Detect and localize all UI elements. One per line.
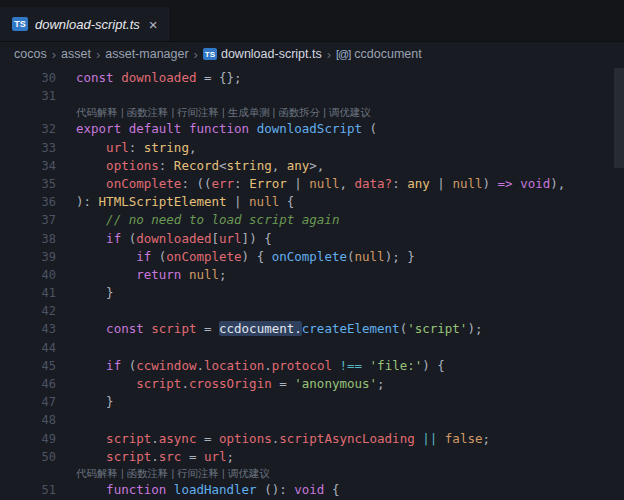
line-number: 47 [0,393,56,411]
code-line-text: const downloaded = {}; [56,69,242,87]
code-line-text: export default function downloadScript ( [56,120,377,138]
line-number: 41 [0,284,56,302]
code-line-text: script.crossOrigin = 'anonymous'; [56,375,385,393]
code-line[interactable]: 51 function loadHandler (): void { [0,481,624,499]
chevron-right-icon: › [322,47,336,62]
line-number: 39 [0,248,56,266]
breadcrumb: cocos › asset › asset-manager › TS downl… [0,42,624,66]
codelens-actions[interactable]: 代码解释 | 函数注释 | 行间注释 | 生成单测 | 函数拆分 | 调优建议 [0,105,624,120]
line-number: 43 [0,320,56,338]
code-line[interactable]: 48 [0,411,624,429]
line-number: 33 [0,139,56,157]
code-line[interactable]: 45 if (ccwindow.location.protocol !== 'f… [0,357,624,375]
code-line[interactable]: 49 script.async = options.scriptAsyncLoa… [0,430,624,448]
code-line[interactable]: 30const downloaded = {}; [0,69,624,87]
code-line-text: } [56,393,114,411]
line-number: 32 [0,120,56,138]
line-number: 38 [0,230,56,248]
chevron-right-icon: › [47,47,61,62]
editor-tab-bar: TS download-script.ts × [0,0,624,42]
code-line-text [56,302,76,320]
code-line-text: script.src = url; [56,448,234,466]
code-line-text: } [56,284,114,302]
line-number: 35 [0,175,56,193]
line-number: 46 [0,375,56,393]
codelens-actions[interactable]: 代码解释 | 函数注释 | 行间注释 | 调优建议 [0,466,624,481]
code-line-text: if (onComplete) { onComplete(null); } [56,248,415,266]
breadcrumb-item-symbol-ccdocument[interactable]: [@] ccdocument [336,47,422,61]
code-line-text: function loadHandler (): void { [56,481,339,499]
code-line-text: ): HTMLScriptElement | null { [56,193,294,211]
close-tab-icon[interactable]: × [149,17,158,32]
scrollbar-thumb[interactable] [614,68,624,168]
code-line-text [56,411,76,429]
code-line-text: url: string, [56,139,196,157]
code-line[interactable]: 31 [0,87,624,105]
code-line[interactable]: 38 if (downloaded[url]) { [0,230,624,248]
line-number: 48 [0,411,56,429]
vscode-window: TS download-script.ts × cocos › asset › … [0,0,624,499]
line-number: 36 [0,193,56,211]
code-line-text: if (ccwindow.location.protocol !== 'file… [56,357,445,375]
line-number: 40 [0,266,56,284]
breadcrumb-item-cocos[interactable]: cocos [14,47,47,61]
line-number: 49 [0,430,56,448]
line-number: 34 [0,157,56,175]
line-number: 44 [0,339,56,357]
code-line[interactable]: 41 } [0,284,624,302]
typescript-file-icon: TS [203,48,217,60]
line-number: 51 [0,481,56,499]
code-line[interactable]: 32export default function downloadScript… [0,120,624,138]
code-line-text: if (downloaded[url]) { [56,230,272,248]
tab-title: download-script.ts [35,17,140,32]
breadcrumb-item-asset[interactable]: asset [61,47,91,61]
code-line[interactable]: 47 } [0,393,624,411]
code-line[interactable]: 46 script.crossOrigin = 'anonymous'; [0,375,624,393]
code-line-text: options: Record<string, any>, [56,157,324,175]
code-line[interactable]: 37 // no need to load script again [0,211,624,229]
breadcrumb-item-asset-manager[interactable]: asset-manager [105,47,188,61]
line-number: 45 [0,357,56,375]
code-line-text: script.async = options.scriptAsyncLoadin… [56,430,490,448]
code-line[interactable]: 34 options: Record<string, any>, [0,157,624,175]
breadcrumb-symbol-label: ccdocument [354,47,421,61]
line-number: 42 [0,302,56,320]
breadcrumb-item-file[interactable]: TS download-script.ts [203,47,322,61]
code-line-text: // no need to load script again [56,211,339,229]
line-number: 31 [0,87,56,105]
code-line-text: return null; [56,266,227,284]
code-line[interactable]: 40 return null; [0,266,624,284]
chevron-right-icon: › [189,47,203,62]
code-line-text: const script = ccdocument.createElement(… [56,320,482,338]
code-line[interactable]: 44 [0,339,624,357]
code-line-text [56,339,76,357]
chevron-right-icon: › [91,47,105,62]
typescript-file-icon: TS [12,17,28,31]
line-number: 30 [0,69,56,87]
code-line-text [56,87,76,105]
code-line[interactable]: 39 if (onComplete) { onComplete(null); } [0,248,624,266]
code-line[interactable]: 50 script.src = url; [0,448,624,466]
code-lines-container: 30const downloaded = {};31代码解释 | 函数注释 | … [0,69,624,499]
code-line[interactable]: 43 const script = ccdocument.createEleme… [0,320,624,338]
code-line[interactable]: 35 onComplete: ((err: Error | null, data… [0,175,624,193]
code-line[interactable]: 36): HTMLScriptElement | null { [0,193,624,211]
code-editor[interactable]: 30const downloaded = {};31代码解释 | 函数注释 | … [0,66,624,499]
line-number: 37 [0,211,56,229]
code-line[interactable]: 42 [0,302,624,320]
tab-download-script[interactable]: TS download-script.ts × [0,7,171,41]
line-number: 50 [0,448,56,466]
code-line-text: onComplete: ((err: Error | null, data?: … [56,175,565,193]
symbol-variable-icon: [@] [336,48,350,60]
code-line[interactable]: 33 url: string, [0,139,624,157]
breadcrumb-file-label: download-script.ts [221,47,322,61]
